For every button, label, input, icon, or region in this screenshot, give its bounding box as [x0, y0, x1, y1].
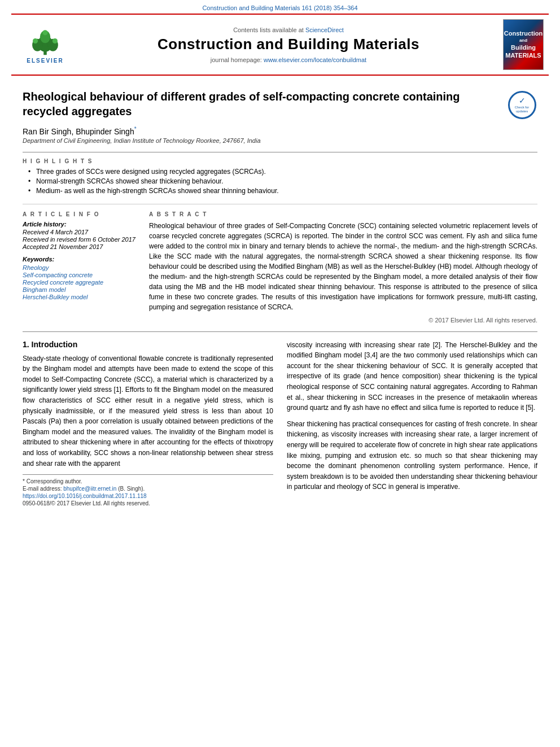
body-two-col: 1. Introduction Steady-state rheology of…	[23, 340, 537, 508]
corresponding-star: *	[134, 126, 137, 132]
received-revised-date: Received in revised form 6 October 2017	[23, 236, 135, 243]
elsevier-logo: ELSEVIER	[25, 25, 65, 64]
svg-point-5	[33, 38, 38, 43]
highlight-item-1: Three grades of SCCs were designed using…	[28, 168, 537, 176]
keyword-5: Herschel-Bulkley model	[23, 294, 135, 300]
email-suffix: (B. Singh).	[118, 486, 145, 492]
highlights-label: H I G H L I G H T S	[23, 158, 537, 164]
journal-cover-area: Construction and Building MATERIALS	[498, 19, 549, 70]
intro-title: Introduction	[32, 340, 78, 349]
body-content: 1. Introduction Steady-state rheology of…	[23, 331, 537, 508]
abstract-label: A B S T R A C T	[149, 211, 537, 217]
elsevier-logo-area: ELSEVIER	[11, 19, 79, 70]
email-note: E-mail address: bhupifce@iitr.ernet.in (…	[23, 486, 273, 492]
doi-footnote: https://doi.org/10.1016/j.conbuildmat.20…	[23, 493, 273, 499]
accepted-date: Accepted 21 November 2017	[23, 243, 135, 250]
intro-heading: 1. Introduction	[23, 340, 273, 349]
doi-bar: Construction and Building Materials 161 …	[0, 0, 560, 14]
keyword-1: Rheology	[23, 264, 135, 271]
highlights-list: Three grades of SCCs were designed using…	[23, 168, 537, 195]
journal-homepage: journal homepage: www.elsevier.com/locat…	[211, 56, 366, 63]
elsevier-tree-icon	[25, 25, 65, 56]
article-info-col: A R T I C L E I N F O Article history: R…	[23, 211, 135, 324]
elsevier-label: ELSEVIER	[27, 58, 63, 64]
homepage-link[interactable]: www.elsevier.com/locate/conbuildmat	[264, 56, 366, 63]
doi-footnote-link[interactable]: https://doi.org/10.1016/j.conbuildmat.20…	[23, 493, 147, 499]
affiliation: Department of Civil Engineering, Indian …	[23, 137, 537, 144]
body-right-col: viscosity increasing with increasing she…	[287, 340, 537, 508]
authors-text: Ran Bir Singh, Bhupinder Singh	[23, 127, 134, 136]
keywords-label: Keywords:	[23, 256, 135, 263]
article-info-label: A R T I C L E I N F O	[23, 211, 135, 217]
issn-line: 0950-0618/© 2017 Elsevier Ltd. All right…	[23, 500, 273, 506]
check-for-updates-badge: ✓ Check forupdates	[506, 89, 537, 120]
journal-title: Construction and Building Materials	[158, 36, 419, 53]
body-left-col: 1. Introduction Steady-state rheology of…	[23, 340, 273, 508]
contents-line: Contents lists available at ScienceDirec…	[233, 27, 344, 33]
history-label: Article history:	[23, 221, 135, 228]
sciencedirect-link[interactable]: ScienceDirect	[305, 27, 344, 33]
intro-para1-text: Steady-state rheology of conventional fl…	[23, 355, 273, 468]
received-date: Received 4 March 2017	[23, 229, 135, 235]
page: Construction and Building Materials 161 …	[0, 0, 560, 747]
cover-line4: MATERIALS	[504, 51, 542, 59]
abstract-text: Rheological behaviour of three grades of…	[149, 221, 537, 312]
highlight-item-3: Medium- as well as the high-strength SCR…	[28, 187, 537, 195]
keywords-section: Keywords: Rheology Self-compacting concr…	[23, 256, 135, 300]
journal-cover-thumbnail: Construction and Building MATERIALS	[503, 19, 544, 70]
check-badge-circle: ✓ Check forupdates	[508, 91, 536, 119]
main-content: Rheological behaviour of different grade…	[0, 76, 560, 519]
copyright-line: © 2017 Elsevier Ltd. All rights reserved…	[149, 317, 537, 324]
svg-point-7	[42, 30, 47, 35]
article-info-abstract-row: A R T I C L E I N F O Article history: R…	[23, 211, 537, 324]
intro-para3: Shear thickening has practical consequen…	[287, 419, 537, 492]
article-title-section: Rheological behaviour of different grade…	[23, 85, 537, 120]
article-history: Article history: Received 4 March 2017 R…	[23, 221, 135, 250]
check-badge-text: ✓ Check forupdates	[515, 96, 530, 113]
highlight-item-2: Normal-strength SCRCAs showed shear thic…	[28, 177, 537, 185]
contents-prefix: Contents lists available at	[233, 27, 305, 33]
keyword-3: Recycled concrete aggregate	[23, 279, 135, 286]
article-title: Rheological behaviour of different grade…	[23, 89, 495, 119]
svg-point-6	[53, 38, 58, 43]
journal-header: ELSEVIER Contents lists available at Sci…	[11, 14, 549, 76]
title-divider	[23, 152, 537, 152]
authors-line: Ran Bir Singh, Bhupinder Singh*	[23, 126, 537, 136]
footnotes: * Corresponding author. E-mail address: …	[23, 474, 273, 506]
cover-line1: Construction	[504, 29, 542, 37]
journal-header-center: Contents lists available at ScienceDirec…	[79, 19, 498, 70]
corresponding-label: * Corresponding author.	[23, 478, 82, 484]
corresponding-note: * Corresponding author.	[23, 478, 273, 484]
cover-line3: Building	[504, 43, 542, 51]
email-label: E-mail address:	[23, 486, 62, 492]
homepage-prefix: journal homepage:	[211, 56, 264, 63]
doi-text: Construction and Building Materials 161 …	[202, 5, 357, 11]
keyword-2: Self-compacting concrete	[23, 272, 135, 278]
keyword-4: Bingham model	[23, 286, 135, 293]
email-link[interactable]: bhupifce@iitr.ernet.in	[63, 486, 116, 492]
cover-line2: and	[519, 38, 527, 43]
intro-para2: viscosity increasing with increasing she…	[287, 340, 537, 413]
highlights-section: H I G H L I G H T S Three grades of SCCs…	[23, 158, 537, 195]
highlights-divider	[23, 204, 537, 204]
intro-number: 1.	[23, 340, 29, 349]
abstract-col: A B S T R A C T Rheological behaviour of…	[149, 211, 537, 324]
intro-para1: Steady-state rheology of conventional fl…	[23, 353, 273, 469]
